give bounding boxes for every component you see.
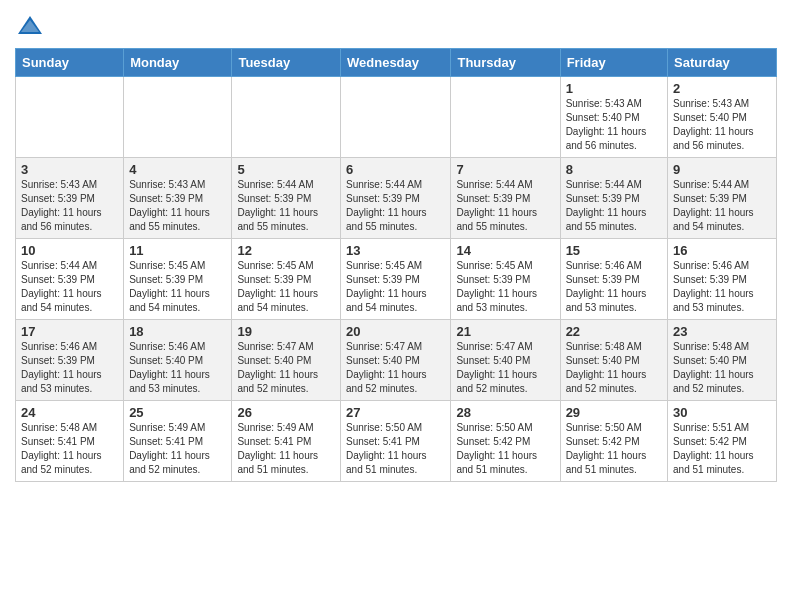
calendar-cell: [451, 77, 560, 158]
day-info: and 56 minutes.: [21, 220, 118, 234]
calendar-cell: 27Sunrise: 5:50 AMSunset: 5:41 PMDayligh…: [341, 401, 451, 482]
calendar-cell: 1Sunrise: 5:43 AMSunset: 5:40 PMDaylight…: [560, 77, 667, 158]
day-info: Sunset: 5:42 PM: [456, 435, 554, 449]
day-number: 7: [456, 162, 554, 177]
day-number: 24: [21, 405, 118, 420]
day-info: Sunset: 5:41 PM: [21, 435, 118, 449]
day-info: Sunrise: 5:45 AM: [129, 259, 226, 273]
calendar: SundayMondayTuesdayWednesdayThursdayFrid…: [15, 48, 777, 482]
day-info: and 51 minutes.: [237, 463, 335, 477]
daylight-label: Daylight: 11 hours: [566, 287, 662, 301]
calendar-cell: 19Sunrise: 5:47 AMSunset: 5:40 PMDayligh…: [232, 320, 341, 401]
day-info: Sunrise: 5:44 AM: [673, 178, 771, 192]
day-number: 14: [456, 243, 554, 258]
day-info: Sunset: 5:39 PM: [21, 354, 118, 368]
day-info: and 54 minutes.: [129, 301, 226, 315]
daylight-label: Daylight: 11 hours: [456, 206, 554, 220]
calendar-header-monday: Monday: [124, 49, 232, 77]
daylight-label: Daylight: 11 hours: [566, 125, 662, 139]
calendar-week-3: 10Sunrise: 5:44 AMSunset: 5:39 PMDayligh…: [16, 239, 777, 320]
calendar-cell: 29Sunrise: 5:50 AMSunset: 5:42 PMDayligh…: [560, 401, 667, 482]
calendar-week-1: 1Sunrise: 5:43 AMSunset: 5:40 PMDaylight…: [16, 77, 777, 158]
daylight-label: Daylight: 11 hours: [129, 449, 226, 463]
calendar-cell: 20Sunrise: 5:47 AMSunset: 5:40 PMDayligh…: [341, 320, 451, 401]
day-info: Sunrise: 5:43 AM: [21, 178, 118, 192]
day-info: Sunset: 5:42 PM: [566, 435, 662, 449]
day-info: Sunset: 5:40 PM: [129, 354, 226, 368]
calendar-week-4: 17Sunrise: 5:46 AMSunset: 5:39 PMDayligh…: [16, 320, 777, 401]
page: SundayMondayTuesdayWednesdayThursdayFrid…: [0, 0, 792, 497]
day-info: and 52 minutes.: [129, 463, 226, 477]
day-number: 27: [346, 405, 445, 420]
day-info: and 52 minutes.: [346, 382, 445, 396]
day-info: and 52 minutes.: [566, 382, 662, 396]
day-info: Sunset: 5:40 PM: [566, 354, 662, 368]
day-info: Sunset: 5:40 PM: [346, 354, 445, 368]
daylight-label: Daylight: 11 hours: [566, 449, 662, 463]
day-info: Sunset: 5:40 PM: [673, 354, 771, 368]
day-info: Sunset: 5:39 PM: [21, 273, 118, 287]
day-number: 22: [566, 324, 662, 339]
day-info: and 55 minutes.: [129, 220, 226, 234]
day-info: Sunrise: 5:51 AM: [673, 421, 771, 435]
daylight-label: Daylight: 11 hours: [346, 368, 445, 382]
day-info: Sunrise: 5:49 AM: [237, 421, 335, 435]
day-info: Sunset: 5:39 PM: [237, 192, 335, 206]
day-info: Sunset: 5:41 PM: [129, 435, 226, 449]
day-info: Sunset: 5:39 PM: [566, 192, 662, 206]
day-info: Sunrise: 5:50 AM: [346, 421, 445, 435]
day-info: Sunset: 5:42 PM: [673, 435, 771, 449]
day-info: and 54 minutes.: [21, 301, 118, 315]
day-info: Sunrise: 5:46 AM: [129, 340, 226, 354]
day-info: and 51 minutes.: [456, 463, 554, 477]
day-info: and 53 minutes.: [673, 301, 771, 315]
day-number: 6: [346, 162, 445, 177]
day-number: 5: [237, 162, 335, 177]
daylight-label: Daylight: 11 hours: [237, 368, 335, 382]
day-info: Sunrise: 5:48 AM: [673, 340, 771, 354]
day-info: Sunrise: 5:44 AM: [21, 259, 118, 273]
calendar-header-sunday: Sunday: [16, 49, 124, 77]
calendar-cell: 3Sunrise: 5:43 AMSunset: 5:39 PMDaylight…: [16, 158, 124, 239]
calendar-cell: 24Sunrise: 5:48 AMSunset: 5:41 PMDayligh…: [16, 401, 124, 482]
day-info: Sunrise: 5:44 AM: [237, 178, 335, 192]
calendar-cell: 4Sunrise: 5:43 AMSunset: 5:39 PMDaylight…: [124, 158, 232, 239]
calendar-cell: 13Sunrise: 5:45 AMSunset: 5:39 PMDayligh…: [341, 239, 451, 320]
day-number: 11: [129, 243, 226, 258]
day-info: Sunset: 5:39 PM: [673, 273, 771, 287]
daylight-label: Daylight: 11 hours: [129, 287, 226, 301]
day-info: and 51 minutes.: [673, 463, 771, 477]
day-info: Sunrise: 5:46 AM: [21, 340, 118, 354]
calendar-cell: 2Sunrise: 5:43 AMSunset: 5:40 PMDaylight…: [668, 77, 777, 158]
daylight-label: Daylight: 11 hours: [456, 368, 554, 382]
day-info: Sunrise: 5:47 AM: [346, 340, 445, 354]
daylight-label: Daylight: 11 hours: [21, 368, 118, 382]
day-info: Sunrise: 5:44 AM: [346, 178, 445, 192]
day-info: Sunrise: 5:45 AM: [346, 259, 445, 273]
daylight-label: Daylight: 11 hours: [456, 449, 554, 463]
calendar-cell: 5Sunrise: 5:44 AMSunset: 5:39 PMDaylight…: [232, 158, 341, 239]
daylight-label: Daylight: 11 hours: [346, 206, 445, 220]
daylight-label: Daylight: 11 hours: [346, 449, 445, 463]
day-info: and 51 minutes.: [566, 463, 662, 477]
day-info: and 53 minutes.: [21, 382, 118, 396]
daylight-label: Daylight: 11 hours: [673, 206, 771, 220]
day-info: and 52 minutes.: [21, 463, 118, 477]
day-info: Sunrise: 5:48 AM: [566, 340, 662, 354]
day-info: Sunset: 5:39 PM: [566, 273, 662, 287]
calendar-header-row: SundayMondayTuesdayWednesdayThursdayFrid…: [16, 49, 777, 77]
calendar-cell: 30Sunrise: 5:51 AMSunset: 5:42 PMDayligh…: [668, 401, 777, 482]
calendar-cell: [124, 77, 232, 158]
day-number: 15: [566, 243, 662, 258]
day-info: Sunrise: 5:47 AM: [237, 340, 335, 354]
day-info: Sunrise: 5:47 AM: [456, 340, 554, 354]
day-info: and 54 minutes.: [346, 301, 445, 315]
calendar-cell: 23Sunrise: 5:48 AMSunset: 5:40 PMDayligh…: [668, 320, 777, 401]
calendar-cell: 12Sunrise: 5:45 AMSunset: 5:39 PMDayligh…: [232, 239, 341, 320]
calendar-header-tuesday: Tuesday: [232, 49, 341, 77]
day-info: and 54 minutes.: [673, 220, 771, 234]
calendar-cell: [232, 77, 341, 158]
daylight-label: Daylight: 11 hours: [237, 287, 335, 301]
calendar-cell: 6Sunrise: 5:44 AMSunset: 5:39 PMDaylight…: [341, 158, 451, 239]
calendar-header-friday: Friday: [560, 49, 667, 77]
